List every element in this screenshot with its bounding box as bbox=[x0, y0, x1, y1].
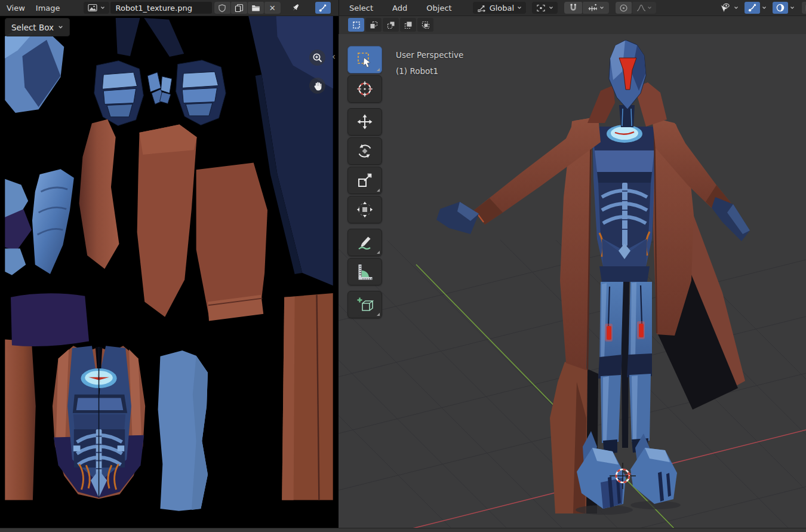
pan-button[interactable] bbox=[309, 78, 325, 94]
select-mode-subtract[interactable] bbox=[383, 18, 399, 32]
magnifier-plus-icon bbox=[312, 53, 323, 63]
menu-select[interactable]: Select bbox=[344, 2, 379, 14]
tool-move[interactable] bbox=[347, 108, 382, 136]
zoom-button[interactable] bbox=[309, 50, 325, 66]
select-invert-icon bbox=[404, 21, 413, 29]
show-gizmos-toggle[interactable] bbox=[745, 2, 760, 14]
tool-add-cube[interactable] bbox=[347, 291, 382, 318]
proportional-edit-group bbox=[615, 2, 656, 14]
object-visibility-dropdown[interactable] bbox=[716, 2, 734, 14]
viewport-toolbar bbox=[347, 46, 381, 320]
select-mode-extend[interactable] bbox=[365, 18, 382, 32]
image-icon bbox=[88, 4, 97, 12]
select-subtract-icon bbox=[387, 21, 395, 29]
select-intersect-icon bbox=[422, 21, 430, 29]
chevron-down-icon bbox=[762, 6, 767, 10]
snap-toggle[interactable] bbox=[564, 2, 582, 14]
duplicate-icon bbox=[235, 4, 244, 13]
tool-measure[interactable] bbox=[347, 258, 382, 285]
folder-icon bbox=[251, 4, 260, 12]
viewport-toggle-cluster bbox=[716, 2, 806, 14]
orientation-label: Global bbox=[490, 4, 514, 13]
chevron-down-icon bbox=[647, 6, 652, 10]
open-image-button[interactable] bbox=[248, 2, 264, 14]
menu-object[interactable]: Object bbox=[421, 2, 457, 14]
tool-select-box[interactable] bbox=[347, 46, 382, 73]
chevron-down-icon bbox=[599, 6, 604, 10]
pin-button[interactable] bbox=[288, 2, 303, 14]
close-icon: ✕ bbox=[269, 4, 276, 12]
move-icon bbox=[356, 113, 374, 131]
select-mode-intersect[interactable] bbox=[417, 18, 433, 32]
select-extend-icon bbox=[370, 21, 378, 29]
uv-texture-image bbox=[0, 16, 338, 528]
fake-user-button[interactable] bbox=[214, 2, 230, 14]
uv-island-torso bbox=[53, 346, 145, 499]
select-mode-set[interactable] bbox=[348, 18, 364, 32]
menu-image[interactable]: Image bbox=[30, 2, 66, 14]
viewport-overlay-text: User Perspective (1) Robot1 bbox=[396, 47, 463, 79]
hand-icon bbox=[312, 80, 323, 91]
torso bbox=[592, 125, 657, 266]
uv-active-tool-dropdown[interactable]: Select Box bbox=[5, 18, 70, 36]
chevron-down-icon bbox=[734, 6, 739, 10]
uv-image-editor-canvas[interactable] bbox=[0, 16, 338, 528]
xray-toggle[interactable] bbox=[802, 2, 806, 14]
tool-scale[interactable] bbox=[347, 167, 382, 194]
uv-island-purple-rect bbox=[11, 293, 89, 346]
snapping-group bbox=[564, 2, 609, 14]
overlays-icon bbox=[776, 3, 785, 13]
cursor-tool-icon bbox=[356, 80, 374, 98]
rotate-icon bbox=[356, 142, 374, 160]
view-perspective-label: User Perspective bbox=[396, 47, 463, 63]
tool-annotate[interactable] bbox=[347, 229, 382, 256]
uv-gizmos-toggle[interactable] bbox=[315, 2, 331, 14]
snap-settings-dropdown[interactable] bbox=[583, 2, 609, 14]
viewport-scene bbox=[339, 16, 806, 528]
sidebar-toggle-arrow[interactable]: ‹ bbox=[332, 51, 336, 62]
status-bar bbox=[0, 528, 806, 532]
tool-rotate[interactable] bbox=[347, 137, 382, 165]
unlink-image-button[interactable]: ✕ bbox=[264, 2, 281, 14]
select-box-icon bbox=[356, 51, 374, 69]
increment-snap-icon bbox=[587, 4, 598, 13]
add-cube-icon bbox=[356, 296, 374, 313]
magnet-icon bbox=[568, 3, 578, 13]
measure-icon bbox=[356, 263, 374, 281]
proportional-circle-icon bbox=[619, 4, 628, 13]
visibility-cursor-eye-icon bbox=[719, 3, 730, 13]
gizmo-icon bbox=[747, 3, 757, 13]
active-object-label: (1) Robot1 bbox=[396, 63, 463, 79]
menu-view[interactable]: View bbox=[1, 2, 30, 14]
tool-cursor[interactable] bbox=[347, 75, 382, 103]
uv-editor-header: View Image Robot1_texture.png ✕ bbox=[0, 0, 339, 16]
scale-icon bbox=[356, 171, 374, 189]
pivot-point-icon bbox=[536, 4, 546, 13]
chevron-down-icon bbox=[100, 6, 105, 10]
proportional-edit-toggle[interactable] bbox=[616, 2, 632, 14]
pivot-point-dropdown[interactable] bbox=[532, 2, 558, 14]
falloff-dropdown[interactable] bbox=[632, 2, 656, 14]
viewport-canvas[interactable]: User Perspective (1) Robot1 bbox=[339, 16, 806, 528]
menu-add[interactable]: Add bbox=[387, 2, 413, 14]
transform-orientation-dropdown[interactable]: Global bbox=[473, 2, 526, 14]
gizmo-icon bbox=[318, 4, 327, 13]
falloff-curve-icon bbox=[636, 4, 646, 12]
transform-icon bbox=[356, 201, 374, 219]
tool-transform[interactable] bbox=[347, 196, 382, 223]
image-name-field[interactable]: Robot1_texture.png bbox=[110, 2, 212, 14]
viewport-tool-settings-bar bbox=[339, 16, 806, 34]
chevron-down-icon bbox=[549, 6, 553, 10]
orientation-axes-icon bbox=[477, 4, 487, 13]
show-overlays-toggle[interactable] bbox=[773, 2, 788, 14]
image-browse-dropdown[interactable] bbox=[84, 2, 109, 14]
chevron-down-icon bbox=[517, 6, 522, 10]
shield-icon bbox=[218, 4, 226, 13]
select-mode-invert[interactable] bbox=[400, 18, 416, 32]
chevron-down-icon bbox=[58, 25, 63, 29]
pushpin-icon bbox=[291, 3, 300, 13]
new-image-button[interactable] bbox=[231, 2, 247, 14]
annotate-pencil-icon bbox=[356, 233, 374, 251]
chevron-down-icon bbox=[790, 6, 795, 10]
select-set-icon bbox=[352, 21, 361, 29]
